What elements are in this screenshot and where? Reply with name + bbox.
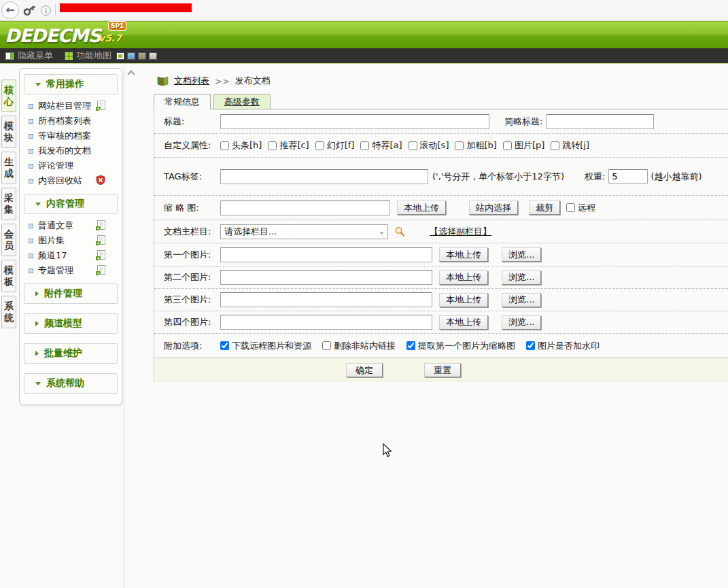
function-map-button[interactable]: 功能地图 [65,50,111,61]
opt-watermark-checkbox[interactable] [526,341,535,350]
attr-scroll-checkbox[interactable] [409,141,417,150]
section-attachment-management[interactable]: 附件管理 [24,283,118,304]
tag-input[interactable] [220,169,428,184]
image4-row: 第四个图片: 本地上传 浏览... [154,311,728,334]
section-common-operations[interactable]: 常用操作 [24,74,118,94]
sidebar-item-recycle-bin[interactable]: 内容回收站 [20,173,122,188]
sidebar-item-normal-article[interactable]: 普通文章 [20,218,122,233]
image4-browse-button[interactable]: 浏览... [502,315,541,330]
section-content-management[interactable]: 内容管理 [24,194,118,214]
theme-brown-swatch[interactable] [138,52,146,60]
attr-recommend-checkbox[interactable] [268,141,277,150]
sidebar-item-pending-archives[interactable]: 等审核的档案 [20,128,122,143]
sidebar-item-image-gallery[interactable]: 图片集 [20,233,122,248]
sidebar-item-label: 专题管理 [38,264,73,277]
option-label: 提取第一个图片为缩略图 [418,340,515,352]
main-category-select[interactable]: 请选择栏目... ⌄ [220,224,388,239]
title-row: 标题: 简略标题: [154,109,728,134]
doc-add-icon[interactable] [96,250,105,262]
module-tab-module[interactable]: 模块 [1,116,16,148]
attr-label: 加粗[b] [466,139,496,152]
image2-label: 第二个图片: [164,271,220,283]
thumbnail-input[interactable] [220,201,390,215]
image2-local-upload-button[interactable]: 本地上传 [439,271,488,285]
chevron-down-icon [35,83,41,86]
module-tab-template[interactable]: 模板 [1,260,16,292]
image1-browse-button[interactable]: 浏览... [502,247,541,262]
short-title-input[interactable] [547,114,654,129]
attr-jump-checkbox[interactable] [551,141,559,150]
toolbar-divider [55,3,56,17]
image2-browse-button[interactable]: 浏览... [502,271,541,285]
doc-add-icon[interactable] [96,235,105,247]
thumb-local-upload-button[interactable]: 本地上传 [397,201,446,215]
image3-input[interactable] [220,292,432,307]
sidebar-item-site-columns[interactable]: 网站栏目管理 [20,99,122,114]
sidebar-item-comments[interactable]: 评论管理 [20,158,122,173]
doc-add-icon[interactable] [96,101,105,113]
image2-input[interactable] [220,270,432,285]
module-tab-collect[interactable]: 采集 [1,188,16,220]
info-icon[interactable]: i [41,5,51,16]
opt-remove-external-links-checkbox[interactable] [322,341,331,350]
section-batch-maintenance[interactable]: 批量维护 [24,343,118,364]
submit-button[interactable]: 确定 [346,363,383,377]
weight-input[interactable] [608,169,648,184]
sidebar-scroll-up-icon[interactable] [127,70,135,77]
select-sub-category-link[interactable]: 【选择副栏目】 [430,226,491,238]
image4-local-upload-button[interactable]: 本地上传 [439,315,488,330]
function-map-icon [65,52,73,60]
trash-red-icon[interactable] [96,175,105,187]
theme-gray-swatch[interactable] [149,52,157,60]
back-icon[interactable]: ← [1,1,19,19]
attr-slide-checkbox[interactable] [315,141,324,150]
module-tab-core[interactable]: 核心 [1,80,16,112]
image1-input[interactable] [220,247,432,262]
hide-menu-button[interactable]: 隐藏菜单 [5,50,53,61]
opt-first-image-thumb-checkbox[interactable] [406,341,415,350]
key-icon[interactable] [21,2,37,18]
thumb-remote-checkbox[interactable] [566,203,575,212]
breadcrumb: 文档列表 >> 发布文档 [157,75,271,87]
opt-download-remote-checkbox[interactable] [220,341,229,350]
doc-add-icon[interactable] [96,220,105,232]
theme-green-swatch[interactable] [116,52,124,60]
search-category-icon[interactable] [394,226,405,237]
sidebar-item-all-archives[interactable]: 所有档案列表 [20,114,122,128]
title-input[interactable] [220,114,489,129]
theme-blue-swatch[interactable] [127,52,135,60]
bullet-icon [29,239,33,243]
image4-input[interactable] [220,315,432,330]
url-bar-redacted[interactable] [60,3,192,12]
attr-headline-checkbox[interactable] [220,141,229,150]
thumb-site-select-button[interactable]: 站内选择 [469,201,518,215]
tab-general-info[interactable]: 常规信息 [154,94,211,109]
thumb-remote-label: 远程 [578,202,595,214]
image1-row: 第一个图片: 本地上传 浏览... [154,243,728,266]
attr-special-checkbox[interactable] [360,141,369,150]
section-system-help[interactable]: 系统帮助 [24,373,118,394]
attr-picture-checkbox[interactable] [503,141,512,150]
image3-browse-button[interactable]: 浏览... [502,293,541,307]
sidebar-item-topic-management[interactable]: 专题管理 [20,263,122,278]
sidebar-item-label: 评论管理 [38,160,73,172]
custom-attrs-label: 自定义属性: [164,139,220,152]
module-tab-system[interactable]: 系统 [1,296,16,328]
doc-add-icon[interactable] [96,265,105,277]
breadcrumb-link[interactable]: 文档列表 [174,75,209,87]
weight-label: 权重: [585,171,605,183]
form-action-bar: 确定 重置 [154,358,728,381]
reset-button[interactable]: 重置 [424,363,461,377]
dedecms-logo: DEDECMS SP1 [5,25,101,46]
sidebar-item-channel-17[interactable]: 频道17 [20,248,122,263]
thumb-crop-button[interactable]: 裁剪 [529,201,560,215]
sidebar-item-my-documents[interactable]: 我发布的文档 [20,143,122,158]
module-tab-generate[interactable]: 生成 [1,152,16,184]
image3-local-upload-button[interactable]: 本地上传 [439,293,488,307]
thumbnail-label: 缩 略 图: [164,202,220,214]
tab-advanced-params[interactable]: 高级参数 [213,94,271,109]
section-channel-model[interactable]: 频道模型 [24,313,118,334]
image1-local-upload-button[interactable]: 本地上传 [439,247,488,262]
attr-bold-checkbox[interactable] [455,141,464,150]
module-tab-member[interactable]: 会员 [1,224,16,256]
